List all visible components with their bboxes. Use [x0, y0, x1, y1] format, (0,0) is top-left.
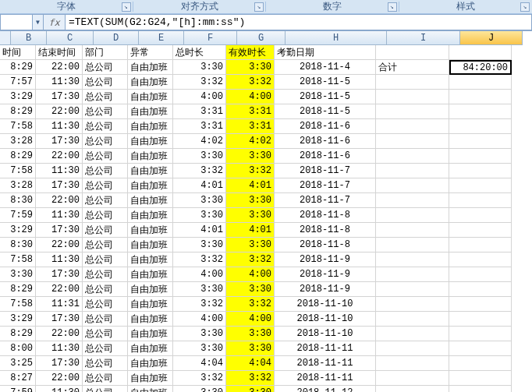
- cell[interactable]: [449, 341, 512, 356]
- cell[interactable]: 4:04: [173, 356, 226, 371]
- cell[interactable]: 3:30: [173, 282, 226, 297]
- cell[interactable]: 2018-11-5: [275, 90, 376, 104]
- cell[interactable]: 总公司: [83, 134, 128, 149]
- cell[interactable]: 17:30: [36, 267, 83, 282]
- cell[interactable]: 2018-11-5: [275, 104, 376, 119]
- cell[interactable]: 4:01: [226, 223, 275, 238]
- cell[interactable]: 总公司: [83, 253, 128, 267]
- cell[interactable]: 2018-11-10: [275, 327, 376, 341]
- cell[interactable]: [376, 371, 449, 386]
- cell[interactable]: [449, 356, 512, 371]
- cell[interactable]: [376, 253, 449, 267]
- header-cell[interactable]: 总时长: [173, 45, 226, 60]
- cell[interactable]: 总公司: [83, 312, 128, 327]
- cell[interactable]: 3:30: [226, 282, 275, 297]
- select-all-corner[interactable]: [0, 31, 11, 45]
- cell[interactable]: 7:59: [0, 208, 36, 223]
- header-cell[interactable]: 部门: [83, 45, 128, 60]
- cell[interactable]: 2018-11-8: [275, 238, 376, 253]
- cell[interactable]: 4:01: [173, 223, 226, 238]
- column-header[interactable]: B: [11, 31, 47, 45]
- cell[interactable]: [449, 238, 512, 253]
- cell[interactable]: 4:02: [173, 134, 226, 149]
- cell[interactable]: 3:31: [173, 104, 226, 119]
- cell[interactable]: 3:30: [226, 341, 275, 356]
- cell[interactable]: 3:32: [173, 297, 226, 312]
- cell[interactable]: 自由加班: [128, 327, 173, 341]
- cell[interactable]: [376, 386, 449, 392]
- cell[interactable]: 2018-11-12: [275, 386, 376, 392]
- cell[interactable]: 3:30: [173, 327, 226, 341]
- cell[interactable]: 自由加班: [128, 60, 173, 75]
- cell[interactable]: 8:27: [0, 371, 36, 386]
- cell[interactable]: 2018-11-9: [275, 282, 376, 297]
- cell[interactable]: 8:29: [0, 60, 36, 75]
- cell[interactable]: 2018-11-7: [275, 164, 376, 178]
- cell[interactable]: 自由加班: [128, 371, 173, 386]
- cell[interactable]: 8:29: [0, 282, 36, 297]
- cell[interactable]: 3:30: [0, 267, 36, 282]
- cell[interactable]: [449, 386, 512, 392]
- name-box-dropdown-icon[interactable]: ▼: [32, 15, 43, 30]
- cell[interactable]: 3:29: [0, 90, 36, 104]
- dialog-launcher-icon[interactable]: ↘: [122, 2, 131, 12]
- cell[interactable]: 3:30: [173, 386, 226, 392]
- cell[interactable]: 4:00: [226, 267, 275, 282]
- cell[interactable]: [376, 149, 449, 164]
- cell[interactable]: 4:01: [173, 178, 226, 193]
- cell[interactable]: 17:30: [36, 178, 83, 193]
- cell[interactable]: 3:30: [173, 60, 226, 75]
- cell[interactable]: 17:30: [36, 223, 83, 238]
- cell[interactable]: 11:31: [36, 297, 83, 312]
- cell[interactable]: 3:32: [173, 75, 226, 90]
- cell[interactable]: [376, 297, 449, 312]
- cell[interactable]: [449, 149, 512, 164]
- cell[interactable]: 自由加班: [128, 386, 173, 392]
- cell[interactable]: 4:00: [173, 312, 226, 327]
- cell[interactable]: 11:30: [36, 341, 83, 356]
- cell[interactable]: 总公司: [83, 178, 128, 193]
- cell[interactable]: [376, 193, 449, 208]
- cell[interactable]: 11:30: [36, 208, 83, 223]
- cell[interactable]: 22:00: [36, 193, 83, 208]
- cell[interactable]: [449, 312, 512, 327]
- cell[interactable]: [376, 267, 449, 282]
- cell[interactable]: 4:02: [226, 134, 275, 149]
- cell[interactable]: 22:00: [36, 327, 83, 341]
- cell[interactable]: 3:30: [173, 149, 226, 164]
- cell[interactable]: [376, 178, 449, 193]
- column-header[interactable]: I: [387, 31, 460, 45]
- cell[interactable]: 7:58: [0, 253, 36, 267]
- cell[interactable]: 自由加班: [128, 341, 173, 356]
- cell[interactable]: 3:32: [173, 253, 226, 267]
- cell[interactable]: 总公司: [83, 164, 128, 178]
- cell[interactable]: 8:29: [0, 149, 36, 164]
- cell[interactable]: [376, 341, 449, 356]
- spreadsheet-grid[interactable]: BCDEFGHIJ 时间结束时间部门异常总时长有效时长考勤日期8:2922:00…: [0, 31, 532, 392]
- cell[interactable]: 2018-11-6: [275, 119, 376, 134]
- cell[interactable]: [449, 282, 512, 297]
- cell[interactable]: 8:29: [0, 327, 36, 341]
- cell[interactable]: 3:31: [226, 119, 275, 134]
- cell[interactable]: 自由加班: [128, 223, 173, 238]
- cell[interactable]: 总公司: [83, 149, 128, 164]
- cell[interactable]: 2018-11-7: [275, 193, 376, 208]
- dialog-launcher-icon[interactable]: ↘: [254, 2, 264, 12]
- dialog-launcher-icon[interactable]: ↘: [388, 2, 397, 12]
- cell[interactable]: 22:00: [36, 371, 83, 386]
- fx-icon[interactable]: fx: [44, 14, 66, 30]
- cell[interactable]: [376, 75, 449, 90]
- column-header[interactable]: D: [94, 31, 139, 45]
- cell[interactable]: 7:58: [0, 119, 36, 134]
- cell[interactable]: 3:30: [173, 208, 226, 223]
- cell[interactable]: 3:32: [226, 164, 275, 178]
- cell[interactable]: [449, 327, 512, 341]
- cell[interactable]: [449, 178, 512, 193]
- cell[interactable]: 7:59: [0, 386, 36, 392]
- header-cell[interactable]: 考勤日期: [275, 45, 376, 60]
- cell[interactable]: 3:31: [173, 119, 226, 134]
- cell[interactable]: 3:32: [226, 297, 275, 312]
- cell[interactable]: 自由加班: [128, 312, 173, 327]
- cell[interactable]: 2018-11-6: [275, 134, 376, 149]
- cell[interactable]: 3:30: [226, 193, 275, 208]
